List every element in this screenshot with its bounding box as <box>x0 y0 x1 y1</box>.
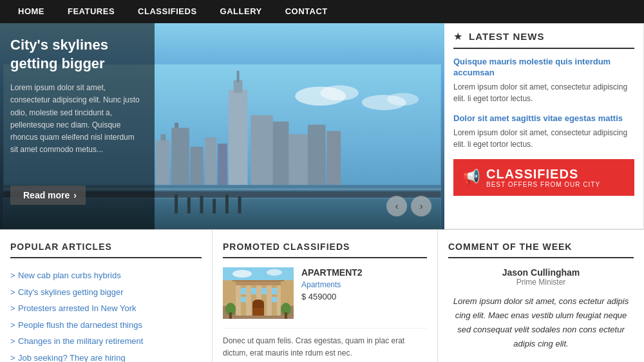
commenter-name: Jason Cullingham <box>448 267 634 278</box>
svg-rect-45 <box>272 288 277 294</box>
next-arrow-button[interactable]: › <box>411 196 431 216</box>
promoted-classifieds-title: PROMOTED CLASSIFIEDS <box>223 242 427 258</box>
svg-point-30 <box>387 93 419 106</box>
classified-category: Apartments <box>301 280 427 289</box>
classified-info: APARTMENT2 Apartments $ 459000 <box>301 267 427 301</box>
prev-arrow-button[interactable]: ‹ <box>386 196 407 216</box>
classified-description: Donec ut quam felis. Cras egestas, quam … <box>223 328 427 359</box>
classifieds-banner-main: CLASSIFIEDS <box>486 167 600 181</box>
hero-overlay: City's skylines getting bigger Lorem ips… <box>0 23 155 229</box>
classified-price: $ 459000 <box>301 292 427 301</box>
svg-rect-21 <box>175 195 178 214</box>
classified-image <box>223 267 294 319</box>
news-item-2: Dolor sit amet sagittis vitae egestas ma… <box>453 113 634 150</box>
news-link-2[interactable]: Dolor sit amet sagittis vitae egestas ma… <box>453 113 634 124</box>
svg-rect-43 <box>251 288 256 294</box>
popular-articles-title: POPULAR ARTICLES <box>10 242 202 258</box>
star-icon: ★ <box>453 30 462 43</box>
commenter-title: Prime Minister <box>448 278 634 287</box>
svg-rect-26 <box>238 196 242 214</box>
article-link-0[interactable]: New cab plan curbs hybrids <box>10 267 202 284</box>
comment-of-week-col: COMMENT OF THE WEEK Jason Cullingham Pri… <box>438 230 644 362</box>
classified-item: APARTMENT2 Apartments $ 459000 <box>223 267 427 319</box>
main-nav: HOME FEATURES CLASSIFIEDS GALLERY CONTAC… <box>0 0 644 23</box>
latest-news-header: ★ LATEST NEWS <box>453 30 634 49</box>
svg-rect-15 <box>308 125 326 186</box>
news-link-1[interactable]: Quisque mauris molestie quis interdum ac… <box>453 57 634 79</box>
svg-rect-19 <box>218 144 227 185</box>
svg-rect-7 <box>171 128 189 185</box>
svg-rect-46 <box>241 297 246 302</box>
news-excerpt-2: Lorem ipsum dolor sit amet, consectetur … <box>453 127 634 150</box>
article-link-3[interactable]: People flush the darnedest things <box>10 317 202 334</box>
svg-rect-51 <box>229 312 232 319</box>
svg-rect-47 <box>272 297 277 302</box>
article-link-5[interactable]: Job seeking? They are hiring <box>10 350 202 363</box>
svg-rect-22 <box>187 198 191 214</box>
svg-point-55 <box>232 270 252 278</box>
svg-rect-25 <box>225 195 229 214</box>
svg-point-28 <box>321 85 359 100</box>
nav-gallery[interactable]: GALLERY <box>209 0 274 23</box>
svg-point-56 <box>267 269 282 276</box>
svg-rect-44 <box>261 288 267 294</box>
popular-articles-col: POPULAR ARTICLES New cab plan curbs hybr… <box>0 230 213 362</box>
hero-title: City's skylines getting bigger <box>10 36 144 73</box>
svg-rect-12 <box>251 115 272 185</box>
article-link-2[interactable]: Protesters arrested In New York <box>10 300 202 317</box>
svg-rect-16 <box>327 131 341 185</box>
svg-rect-17 <box>191 147 204 185</box>
svg-rect-14 <box>289 134 308 185</box>
hero-nav-arrows: ‹ › <box>386 196 431 216</box>
nav-contact[interactable]: CONTACT <box>274 0 339 23</box>
svg-rect-11 <box>237 71 240 82</box>
bottom-section: POPULAR ARTICLES New cab plan curbs hybr… <box>0 229 644 362</box>
svg-point-41 <box>252 300 264 306</box>
article-link-4[interactable]: Changes in the military retirement <box>10 333 202 350</box>
nav-home[interactable]: HOME <box>6 0 56 23</box>
svg-rect-5 <box>156 140 170 185</box>
hero-section: City's skylines getting bigger Lorem ips… <box>0 23 644 229</box>
classifieds-banner-sub: BEST OFFERS FROM OUR CITY <box>486 181 600 188</box>
classified-img-svg <box>223 267 294 319</box>
hero-main: City's skylines getting bigger Lorem ips… <box>0 23 444 229</box>
comment-text: Lorem ipsum dolor sit amet, cons ectetur… <box>448 294 634 351</box>
read-more-button[interactable]: Read more › <box>10 186 86 205</box>
svg-rect-23 <box>200 196 204 214</box>
classified-name: APARTMENT2 <box>301 267 427 278</box>
classifieds-banner-text: CLASSIFIEDS BEST OFFERS FROM OUR CITY <box>486 167 600 188</box>
promoted-classifieds-col: PROMOTED CLASSIFIEDS <box>213 230 438 362</box>
svg-rect-13 <box>273 122 289 185</box>
news-item-1: Quisque mauris molestie quis interdum ac… <box>453 57 634 104</box>
svg-rect-24 <box>213 199 216 214</box>
comment-of-week-title: COMMENT OF THE WEEK <box>448 242 634 258</box>
svg-rect-9 <box>229 90 248 185</box>
classifieds-banner[interactable]: 📢 CLASSIFIEDS BEST OFFERS FROM OUR CITY <box>453 159 634 196</box>
latest-news-title: LATEST NEWS <box>469 31 544 42</box>
hero-sidebar: ★ LATEST NEWS Quisque mauris molestie qu… <box>444 23 644 229</box>
svg-rect-18 <box>205 137 216 185</box>
news-excerpt-1: Lorem ipsum dolor sit amet, consectetur … <box>453 81 634 104</box>
svg-rect-53 <box>285 312 287 319</box>
hero-body: Lorem ipsum dolor sit amet, consectetur … <box>10 82 144 156</box>
arrow-right-icon: › <box>73 190 77 200</box>
nav-classifieds[interactable]: CLASSIFIEDS <box>126 0 208 23</box>
nav-features[interactable]: FEATURES <box>56 0 126 23</box>
megaphone-icon: 📢 <box>462 169 480 186</box>
svg-rect-6 <box>160 134 166 140</box>
svg-rect-8 <box>175 123 178 128</box>
article-link-1[interactable]: City's skylines getting bigger <box>10 284 202 301</box>
svg-rect-42 <box>241 288 246 294</box>
